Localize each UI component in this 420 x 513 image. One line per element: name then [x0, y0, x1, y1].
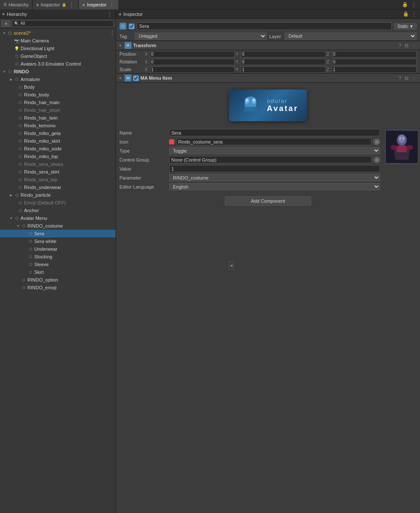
tree-item-scene[interactable]: ⬡ scene2* ⋮	[0, 29, 116, 37]
tag-select[interactable]: Untagged	[135, 33, 267, 40]
scale-z-input[interactable]	[332, 66, 417, 73]
ma-parameter-select[interactable]: RINDO_costume	[169, 174, 380, 181]
add-component-button[interactable]: Add Component	[225, 196, 311, 206]
tree-item-rindo-sera-top[interactable]: ⬡ Rindo_sera_top	[0, 176, 116, 183]
rotation-y-input[interactable]	[241, 59, 325, 65]
ma-control-group-input[interactable]	[169, 156, 372, 163]
tree-item-directional-light[interactable]: 💡 Directional Light	[0, 45, 116, 52]
ma-type-select[interactable]: Toggle	[169, 147, 380, 154]
rmso-label: Rindo_miko_sode	[24, 146, 62, 151]
tree-item-anchor[interactable]: ⬡ Anchor	[0, 207, 116, 214]
ma-value-value	[169, 165, 380, 172]
tree-item-rindo-miko-skirt[interactable]: ⬡ Rindo_miko_skirt	[0, 137, 116, 145]
tree-item-avatar-menu[interactable]: ⬡ Avatar Menu	[0, 214, 116, 222]
right-panel: ◈ Inspector 🔒 ⋮ ⬡ Static ▼ Tag Untagged	[116, 9, 420, 513]
more-icon-main[interactable]: ⋮	[411, 2, 417, 8]
rotation-z-input[interactable]	[332, 59, 417, 65]
tree-item-avatars-emulator[interactable]: ⬡ Avatars 3.0 Emulator Control	[0, 60, 116, 68]
sw-icon: ⬡	[27, 238, 33, 244]
inspector-more[interactable]: ⋮	[411, 11, 417, 17]
transform-section-header[interactable]: ▼ ⟳ Transform ? ⊟ ⋮	[116, 41, 420, 50]
tree-item-rindo-miko-top[interactable]: ⬡ Rindo_miko_top	[0, 153, 116, 160]
tree-item-sleeve[interactable]: ⬡ Sleeve	[0, 261, 116, 268]
tree-item-rindo-hair-short[interactable]: ⬡ Rindo_hair_short	[0, 106, 116, 114]
tree-item-rindo[interactable]: ⬡ RINDO	[0, 68, 116, 75]
inspector-lock-icon[interactable]: 🔒	[403, 11, 409, 17]
tab-inspector-2[interactable]: ◈ Inspector ⋮	[79, 0, 119, 9]
tree-item-rindo-body[interactable]: ⬡ Rindo_body	[0, 91, 116, 99]
layer-select[interactable]: Default	[285, 33, 417, 40]
ma-control-group-value: ◎	[169, 156, 380, 163]
scale-y-label: Y	[235, 67, 240, 72]
scene-more[interactable]: ⋮	[109, 30, 116, 36]
tree-item-rindo-kemono[interactable]: ⬡ Rindo_kemono	[0, 122, 116, 129]
position-y-input[interactable]	[241, 51, 325, 57]
position-x-input[interactable]	[150, 51, 235, 57]
ma-editor-lang-select[interactable]: English	[169, 183, 380, 190]
search-box[interactable]: 🔍	[12, 20, 114, 27]
tab-inspector-1[interactable]: ◈ Inspector 🔒 ⋮	[33, 0, 79, 9]
ma-parameter-value: RINDO_costume	[169, 174, 380, 181]
armature-icon: ⬡	[14, 76, 20, 82]
tree-item-sera-white[interactable]: ⬡ Sera white	[0, 237, 116, 245]
collapse-arrow[interactable]: ◀	[229, 261, 234, 270]
ma-type-label: Type	[119, 148, 167, 153]
transform-help-btn[interactable]: ?	[398, 43, 402, 48]
ma-menu-section-header[interactable]: ▼ M MA Menu Item ? ⊟ ⋮	[116, 73, 420, 83]
tree-item-armature[interactable]: ⬡ Armature	[0, 75, 116, 83]
ma-editor-lang-row: Editor Language English	[116, 182, 384, 191]
add-button[interactable]: +	[2, 20, 10, 27]
static-button[interactable]: Static ▼	[394, 23, 417, 30]
rht-icon: ⬡	[17, 115, 23, 121]
ma-icon-input[interactable]	[176, 138, 372, 145]
tree-item-stocking[interactable]: ⬡ Stocking	[0, 253, 116, 261]
hierarchy-tree[interactable]: ⬡ scene2* ⋮ 📷 Main Camera 💡 Directional …	[0, 28, 116, 513]
ma-enabled-checkbox[interactable]	[133, 75, 139, 81]
tree-item-sera[interactable]: ⬡ Sera	[0, 230, 116, 237]
more-icon-2[interactable]: ⋮	[108, 2, 115, 8]
tree-item-gameobject[interactable]: ⬡ GameObject	[0, 52, 116, 60]
ma-name-input[interactable]	[169, 129, 380, 136]
scale-x-input[interactable]	[150, 66, 235, 73]
transform-more-btn[interactable]: ⋮	[411, 43, 417, 48]
ma-cg-select-btn[interactable]: ◎	[373, 156, 380, 163]
tree-item-rindo-miko-sode[interactable]: ⬡ Rindo_miko_sode	[0, 145, 116, 153]
sera-arrow	[22, 231, 27, 236]
ma-align-btn[interactable]: ⊟	[404, 75, 409, 81]
tree-item-emoji[interactable]: ⬡ Emoji (Default OFF)	[0, 199, 116, 207]
tree-item-underwear[interactable]: ⬡ Underwear	[0, 245, 116, 253]
tree-item-body[interactable]: ⬡ Body	[0, 83, 116, 91]
rp-arrow	[9, 192, 14, 198]
tree-item-rindo-underwear[interactable]: ⬡ Rindo_underwear	[0, 183, 116, 191]
tree-item-rindo-emoji[interactable]: ⬡ RINDO_emoji	[0, 284, 116, 291]
hierarchy-more[interactable]: ⋮	[106, 11, 113, 17]
position-y-field: Y	[235, 51, 325, 57]
expand-icon: ▶	[3, 12, 5, 16]
obj-enabled-checkbox[interactable]	[129, 24, 134, 29]
tree-item-rindo-sera-skirt[interactable]: ⬡ Rindo_sera_skirt	[0, 168, 116, 176]
ma-value-input[interactable]	[169, 165, 380, 172]
scale-y-input[interactable]	[241, 66, 325, 73]
tree-item-rindo-option[interactable]: ⬡ RINDO_option	[0, 276, 116, 284]
ma-icon-select-btn[interactable]: ◎	[373, 138, 380, 145]
rotation-x-input[interactable]	[150, 59, 235, 65]
tree-item-skirt[interactable]: ⬡ Skirt	[0, 268, 116, 276]
tree-item-rindo-miko-geta[interactable]: ⬡ Rindo_miko_geta	[0, 129, 116, 137]
tab-hierarchy[interactable]: ☰ Hierarchy	[0, 0, 33, 9]
more-icon-1[interactable]: ⋮	[68, 2, 75, 8]
tree-item-rindo-sera-shoes[interactable]: ⬡ Rindo_sera_shoes	[0, 160, 116, 168]
tree-item-rindo-costume[interactable]: ⬡ RINDO_costume	[0, 222, 116, 230]
ma-help-btn[interactable]: ?	[398, 75, 402, 81]
ma-more-btn[interactable]: ⋮	[411, 75, 417, 81]
search-input[interactable]	[20, 21, 112, 26]
tree-item-rindo-particle[interactable]: ⬡ Rindo_particle	[0, 191, 116, 199]
transform-align-btn[interactable]: ⊟	[404, 43, 409, 48]
tree-item-rindo-hair-twin[interactable]: ⬡ Rindo_hair_twin	[0, 114, 116, 122]
rotation-xyz: X Y Z	[145, 59, 417, 65]
obj-name-input[interactable]	[137, 22, 392, 30]
tree-item-rindo-hair-main[interactable]: ⬡ Rindo_hair_main	[0, 99, 116, 106]
position-z-input[interactable]	[332, 51, 417, 57]
rk-label: Rindo_kemono	[24, 123, 56, 128]
lock-icon-main[interactable]: 🔒	[402, 2, 408, 7]
tree-item-main-camera[interactable]: 📷 Main Camera	[0, 37, 116, 45]
